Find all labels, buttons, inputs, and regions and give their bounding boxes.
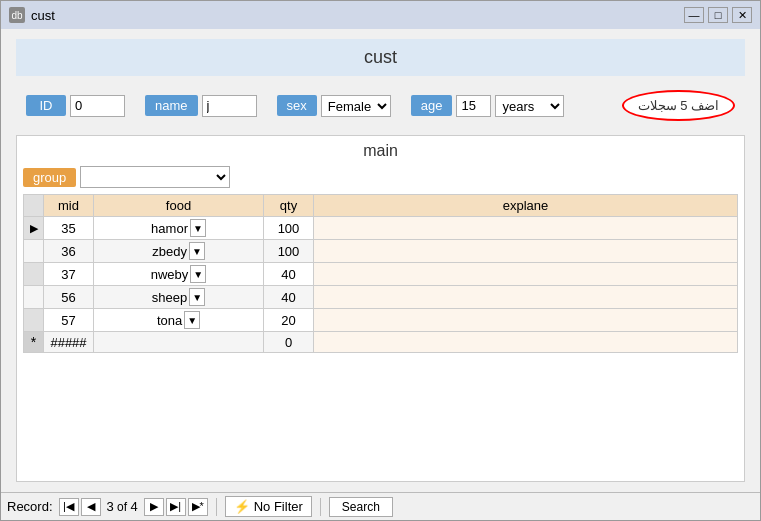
minimize-button[interactable]: — (684, 7, 704, 23)
cell-mid: 56 (44, 286, 94, 309)
next-record-button[interactable]: ▶ (144, 498, 164, 516)
food-dropdown-button[interactable]: ▼ (190, 219, 206, 237)
filter-icon: ⚡ (234, 499, 250, 514)
cell-explane[interactable] (314, 309, 738, 332)
food-dropdown-button[interactable]: ▼ (190, 265, 206, 283)
title-bar-left: db cust (9, 7, 55, 23)
no-filter-button[interactable]: ⚡ No Filter (225, 496, 312, 517)
form-area: ID name sex Female Male age years months (16, 84, 745, 127)
table-row: 36 zbedy▼ 100 (24, 240, 738, 263)
new-cell-mid: ##### (44, 332, 94, 353)
cell-food[interactable]: tona▼ (94, 309, 264, 332)
name-label: name (145, 95, 198, 116)
table-row: 57 tona▼ 20 (24, 309, 738, 332)
col-food: food (94, 195, 264, 217)
cell-food[interactable]: sheep▼ (94, 286, 264, 309)
sex-group: sex Female Male (277, 95, 391, 117)
main-panel-title: main (23, 142, 738, 160)
cell-explane[interactable] (314, 263, 738, 286)
age-group: age years months (411, 95, 565, 117)
separator-1 (216, 498, 217, 516)
app-icon: db (9, 7, 25, 23)
cell-mid: 35 (44, 217, 94, 240)
cell-explane[interactable] (314, 217, 738, 240)
table-row: 37 nweby▼ 40 (24, 263, 738, 286)
row-indicator (24, 263, 44, 286)
id-input[interactable] (70, 95, 125, 117)
cell-mid: 57 (44, 309, 94, 332)
new-cell-food[interactable] (94, 332, 264, 353)
col-qty: qty (264, 195, 314, 217)
table-row: 56 sheep▼ 40 (24, 286, 738, 309)
name-group: name (145, 95, 257, 117)
col-mid: mid (44, 195, 94, 217)
maximize-button[interactable]: □ (708, 7, 728, 23)
age-input[interactable] (456, 95, 491, 117)
sex-select[interactable]: Female Male (321, 95, 391, 117)
first-record-button[interactable]: |◀ (59, 498, 79, 516)
cell-qty: 40 (264, 286, 314, 309)
cell-mid: 36 (44, 240, 94, 263)
table-row: ▶ 35 hamor▼ 100 (24, 217, 738, 240)
group-label: group (23, 168, 76, 187)
cell-food[interactable]: hamor▼ (94, 217, 264, 240)
row-indicator (24, 309, 44, 332)
main-window: db cust — □ ✕ cust ID name sex Fem (0, 0, 761, 521)
cell-mid: 37 (44, 263, 94, 286)
row-indicator (24, 240, 44, 263)
col-indicator (24, 195, 44, 217)
row-indicator (24, 286, 44, 309)
add-button-wrapper: اضف 5 سجلات (622, 90, 735, 121)
cell-qty: 40 (264, 263, 314, 286)
data-table: mid food qty explane ▶ 35 hamor▼ 100 (23, 194, 738, 353)
record-label: Record: (7, 499, 53, 514)
col-explane: explane (314, 195, 738, 217)
table-container: mid food qty explane ▶ 35 hamor▼ 100 (23, 194, 738, 475)
new-record-row: * ##### 0 (24, 332, 738, 353)
page-title: cust (16, 39, 745, 76)
age-unit-select[interactable]: years months (495, 95, 564, 117)
new-cell-qty: 0 (264, 332, 314, 353)
sex-label: sex (277, 95, 317, 116)
cell-explane[interactable] (314, 286, 738, 309)
title-bar: db cust — □ ✕ (1, 1, 760, 29)
cell-qty: 100 (264, 240, 314, 263)
food-dropdown-button[interactable]: ▼ (184, 311, 200, 329)
new-row-indicator: * (24, 332, 44, 353)
cell-food[interactable]: zbedy▼ (94, 240, 264, 263)
new-cell-explane[interactable] (314, 332, 738, 353)
id-label: ID (26, 95, 66, 116)
add-records-button[interactable]: اضف 5 سجلات (622, 90, 735, 121)
search-button[interactable]: Search (329, 497, 393, 517)
record-navigation: |◀ ◀ 3 of 4 ▶ ▶| ▶* (59, 498, 208, 516)
row-indicator-active: ▶ (24, 217, 44, 240)
food-dropdown-button[interactable]: ▼ (189, 288, 205, 306)
main-panel: main group mid food qty explane (16, 135, 745, 482)
cell-qty: 100 (264, 217, 314, 240)
prev-record-button[interactable]: ◀ (81, 498, 101, 516)
close-button[interactable]: ✕ (732, 7, 752, 23)
age-label: age (411, 95, 453, 116)
last-record-button[interactable]: ▶| (166, 498, 186, 516)
title-bar-controls: — □ ✕ (684, 7, 752, 23)
group-row: group (23, 166, 738, 188)
food-dropdown-button[interactable]: ▼ (189, 242, 205, 260)
cell-qty: 20 (264, 309, 314, 332)
separator-2 (320, 498, 321, 516)
record-info: 3 of 4 (107, 499, 138, 514)
group-select[interactable] (80, 166, 230, 188)
name-input[interactable] (202, 95, 257, 117)
status-bar: Record: |◀ ◀ 3 of 4 ▶ ▶| ▶* ⚡ No Filter … (1, 492, 760, 520)
content-area: cust ID name sex Female Male age (1, 29, 760, 492)
new-record-button[interactable]: ▶* (188, 498, 208, 516)
id-group: ID (26, 95, 125, 117)
cell-food[interactable]: nweby▼ (94, 263, 264, 286)
window-title: cust (31, 8, 55, 23)
cell-explane[interactable] (314, 240, 738, 263)
